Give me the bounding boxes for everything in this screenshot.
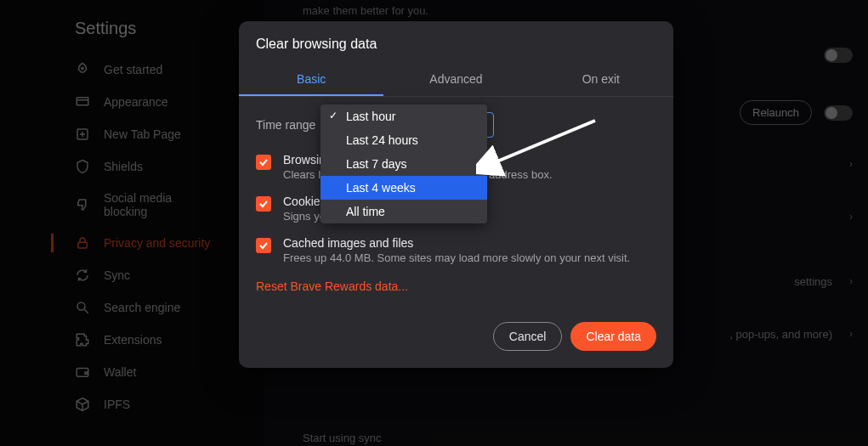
cache-title: Cached images and files (283, 236, 630, 250)
reset-rewards-link[interactable]: Reset Brave Rewards data... (239, 271, 673, 302)
time-range-dropdown: Last hourLast 24 hoursLast 7 daysLast 4 … (321, 104, 487, 223)
clear-data-button[interactable]: Clear data (570, 322, 656, 351)
cancel-button[interactable]: Cancel (493, 322, 563, 351)
time-range-option[interactable]: Last 7 days (321, 152, 487, 176)
time-range-option[interactable]: Last 24 hours (321, 128, 487, 152)
time-range-label: Time range (256, 118, 315, 132)
dialog-footer: Cancel Clear data (239, 302, 673, 353)
time-range-option[interactable]: Last 4 weeks (321, 176, 487, 200)
checkbox-cache[interactable] (256, 238, 271, 253)
checkbox-history[interactable] (256, 155, 271, 170)
tab-basic[interactable]: Basic (239, 64, 383, 96)
time-range-option[interactable]: Last hour (321, 104, 487, 128)
checkbox-cookies[interactable] (256, 196, 271, 212)
tab-on-exit[interactable]: On exit (529, 64, 673, 96)
checkbox-row-cache[interactable]: Cached images and files Frees up 44.0 MB… (239, 229, 673, 271)
dialog-tabs: Basic Advanced On exit (239, 64, 673, 97)
tab-advanced[interactable]: Advanced (383, 64, 528, 96)
dialog-title: Clear browsing data (239, 37, 673, 64)
time-range-option[interactable]: All time (321, 200, 487, 223)
cache-desc: Frees up 44.0 MB. Some sites may load mo… (283, 251, 630, 264)
